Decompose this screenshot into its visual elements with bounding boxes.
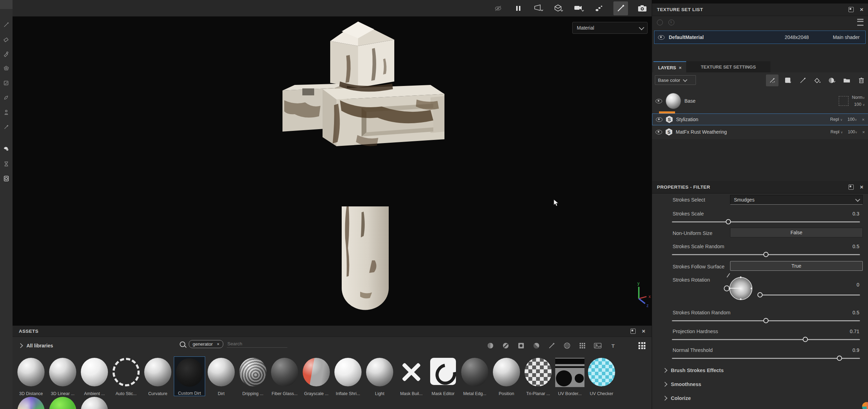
smart-materials-filter-icon[interactable]: [502, 342, 510, 349]
delete-layer-icon[interactable]: [857, 75, 866, 86]
single-set-icon[interactable]: [668, 19, 674, 25]
physical-paint-tool-icon[interactable]: [0, 142, 13, 155]
asset-tile[interactable]: Curvature: [142, 356, 173, 396]
asset-tile[interactable]: UV Checker: [586, 356, 617, 396]
strokes-scale-slider[interactable]: [672, 219, 860, 224]
3d-viewport[interactable]: Material: [13, 17, 652, 325]
layer-thumbnail[interactable]: [666, 93, 681, 109]
asset-tile[interactable]: Tri-Planar ...: [522, 356, 554, 396]
projection-hardness-slider[interactable]: [672, 337, 860, 342]
search-input[interactable]: [227, 341, 287, 348]
close-icon[interactable]: ×: [860, 7, 863, 13]
asset-tile[interactable]: Mask Editor: [427, 356, 459, 396]
list-options-icon[interactable]: [857, 19, 863, 26]
non-uniform-size-toggle[interactable]: False: [730, 228, 863, 237]
paint-mode-icon[interactable]: [613, 1, 628, 15]
asset-tile[interactable]: 3D Linear ...: [47, 356, 78, 396]
strokes-rotation-slider[interactable]: [760, 292, 860, 297]
popout-icon[interactable]: [848, 184, 854, 190]
remove-tag-icon[interactable]: ×: [217, 342, 219, 347]
asset-tile[interactable]: Ambient ...: [79, 356, 110, 396]
texture-set-row[interactable]: DefaultMaterial 2048x2048 Main shader: [654, 31, 866, 44]
smudge-tool-icon[interactable]: [0, 77, 13, 90]
visibility-off-icon[interactable]: [492, 2, 504, 15]
model-3d[interactable]: [270, 17, 446, 325]
brush-tool-icon[interactable]: [0, 18, 13, 31]
asset-tile[interactable]: Inflate Shri...: [332, 356, 364, 396]
search-tag-chip[interactable]: generator ×: [189, 340, 223, 348]
blend-mode-dropdown[interactable]: Repl ∨: [830, 117, 843, 122]
strokes-scale-random-slider[interactable]: [672, 252, 860, 257]
mesh-display-icon[interactable]: [553, 2, 565, 15]
camera-display-icon[interactable]: [573, 2, 585, 15]
axis-gizmo[interactable]: y x z: [631, 281, 652, 308]
asset-tile[interactable]: Auto Stic...: [110, 356, 142, 396]
projection-tool-icon[interactable]: [0, 47, 13, 61]
normal-threshold-slider[interactable]: [672, 356, 860, 361]
visibility-eye-icon[interactable]: [658, 35, 665, 40]
layer-visibility-icon[interactable]: [656, 117, 662, 122]
asset-tile[interactable]: Grayscale ...: [301, 356, 332, 396]
tab-layers[interactable]: LAYERS ×: [653, 61, 686, 73]
history-tool-icon[interactable]: [0, 157, 13, 171]
sync-icon[interactable]: [657, 19, 663, 25]
popout-icon[interactable]: [630, 329, 636, 334]
layer-row-matfx-rust-weathering[interactable]: S MatFx Rust Weathering Repl ∨ 100∨ ×: [652, 126, 868, 138]
layer-visibility-icon[interactable]: [656, 99, 662, 103]
asset-tile[interactable]: Mask Buil...: [396, 356, 427, 396]
add-smart-material-icon[interactable]: [827, 75, 837, 86]
layer-row-base[interactable]: Base Norm∨ 100 ∨: [652, 91, 868, 111]
layer-row-stylization[interactable]: S Stylization Repl ∨ 100∨ ×: [652, 113, 868, 125]
viewport-display-mode-dropdown[interactable]: Material: [572, 22, 648, 34]
particles-icon[interactable]: [593, 2, 605, 15]
asset-tile[interactable]: Dirt: [206, 356, 237, 396]
channel-dropdown[interactable]: Base color: [655, 75, 696, 85]
asset-tile[interactable]: Fiber Glass...: [269, 356, 300, 396]
add-paint-layer-icon[interactable]: [798, 75, 808, 86]
add-effect-icon[interactable]: [766, 74, 778, 86]
section-brush-strokes-effects[interactable]: Brush Strokes Effects: [663, 368, 724, 373]
close-icon[interactable]: ×: [860, 184, 863, 190]
strokes-follow-surface-toggle[interactable]: True: [730, 261, 863, 271]
popout-icon[interactable]: [848, 7, 854, 12]
library-selector[interactable]: All libraries: [19, 343, 53, 348]
add-fill-layer-icon[interactable]: [783, 75, 793, 86]
fill-bucket-icon[interactable]: [813, 75, 822, 86]
asset-tile[interactable]: Position: [491, 356, 522, 396]
smart-masks-filter-icon[interactable]: [517, 342, 525, 349]
strokes-select-dropdown[interactable]: Smudges: [730, 195, 863, 205]
asset-tile-selected[interactable]: Custom Dirt: [174, 356, 205, 396]
layer-visibility-icon[interactable]: [656, 130, 662, 134]
material-picker-tool-icon[interactable]: [0, 120, 13, 134]
close-icon[interactable]: ×: [642, 328, 645, 334]
pause-icon[interactable]: [512, 2, 524, 15]
brushes-filter-icon[interactable]: [548, 342, 556, 349]
tab-texture-set-settings[interactable]: TEXTURE SET SETTINGS: [686, 61, 770, 72]
clone-tool-icon[interactable]: [0, 91, 13, 104]
eraser-tool-icon[interactable]: [0, 33, 13, 46]
opacity-dropdown[interactable]: 100∨: [847, 117, 857, 122]
asset-tile[interactable]: Metal Edg...: [459, 356, 490, 396]
frustum-display-icon[interactable]: [533, 2, 544, 15]
asset-tile[interactable]: UV Border...: [554, 356, 586, 396]
blend-mode-dropdown[interactable]: Norm∨: [852, 95, 865, 100]
procedurals-filter-icon[interactable]: [579, 342, 586, 349]
asset-thumbnail[interactable]: [49, 397, 76, 409]
fonts-filter-icon[interactable]: T: [609, 342, 617, 349]
add-folder-icon[interactable]: [842, 75, 852, 86]
layer-mask-placeholder[interactable]: [839, 96, 848, 106]
asset-tile[interactable]: Dripping ...: [237, 356, 269, 396]
alphas-filter-icon[interactable]: [563, 342, 571, 349]
tab-close-icon[interactable]: ×: [679, 65, 682, 70]
export-sphere-tool-icon[interactable]: [0, 172, 13, 185]
section-colorize[interactable]: Colorize: [663, 395, 691, 401]
opacity-dropdown[interactable]: 100 ∨: [854, 102, 865, 107]
asset-tile[interactable]: Light: [364, 356, 395, 396]
asset-tile[interactable]: 3D Distance: [15, 356, 47, 396]
textures-filter-icon[interactable]: [594, 342, 602, 349]
strokes-rotation-dial[interactable]: [729, 277, 752, 300]
asset-thumbnail[interactable]: [81, 397, 108, 409]
materials-filter-icon[interactable]: [487, 342, 494, 349]
polygon-fill-tool-icon[interactable]: [0, 62, 13, 75]
grid-view-icon[interactable]: [638, 342, 645, 349]
